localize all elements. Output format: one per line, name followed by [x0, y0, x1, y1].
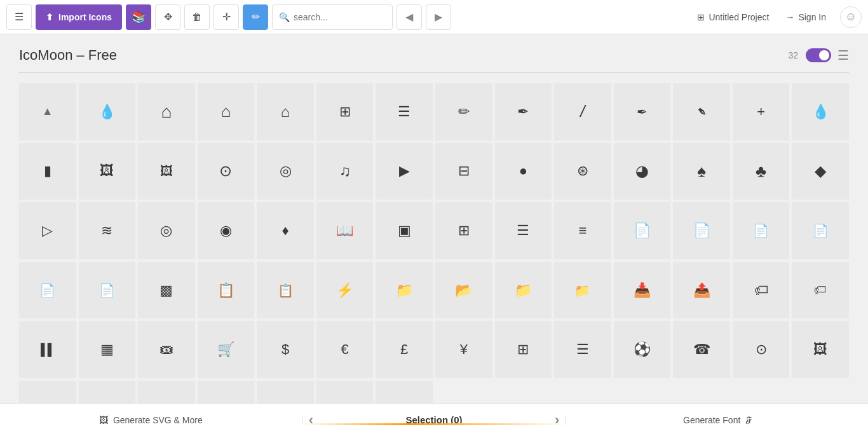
select-button[interactable]: ✥ [155, 4, 180, 30]
icon-cell[interactable]: ◁ [257, 381, 314, 403]
edit-button[interactable]: ✏ [243, 4, 268, 30]
icon-cell[interactable]: ▷ [19, 202, 76, 259]
icon-cell[interactable]: ⌂ [198, 83, 255, 140]
icon-cell[interactable]: 🛒 [198, 321, 255, 378]
icon-cell[interactable]: $ [257, 321, 314, 378]
icon-cell[interactable]: ▲ [19, 83, 76, 140]
generate-font-button[interactable]: Generate Font 𝕱 [566, 415, 868, 425]
icon-cell[interactable]: ▣ [376, 202, 433, 259]
back-button[interactable]: ◀ [397, 4, 422, 30]
icon-cell[interactable]: € [316, 321, 374, 378]
icon-symbol: ⊙ [756, 341, 767, 358]
icon-cell[interactable]: 📂 [435, 262, 492, 319]
signin-button[interactable]: → Sign In [785, 12, 826, 22]
delete-button[interactable]: 🗑 [184, 4, 210, 30]
icon-cell[interactable]: 📄 [79, 262, 136, 319]
icon-cell[interactable]: ¥ [435, 321, 492, 378]
icon-cell[interactable]: ♣ [733, 143, 790, 200]
icon-cell[interactable]: ▮ [19, 143, 76, 200]
menu-button[interactable]: ☰ [6, 4, 32, 30]
icon-cell[interactable]: ☰ [554, 321, 611, 378]
icon-cell[interactable]: ✒ [495, 83, 552, 140]
project-selector[interactable]: ⊞ Untitled Project [697, 12, 769, 22]
icon-cell[interactable]: ⊞ [316, 83, 374, 140]
icon-cell[interactable]: ⊙ [198, 143, 255, 200]
icon-cell[interactable]: 💧 [792, 83, 849, 140]
icon-cell[interactable]: 📄 [673, 202, 730, 259]
icon-cell[interactable]: 📁 [554, 262, 611, 319]
icon-cell[interactable]: £ [376, 321, 433, 378]
icon-cell[interactable]: ⊛ [554, 143, 611, 200]
icon-cell[interactable]: 🖼 [792, 321, 849, 378]
icon-cell[interactable]: ◉ [198, 202, 255, 259]
icon-cell[interactable]: ⊞ [435, 202, 492, 259]
icon-cell[interactable]: 📁 [376, 262, 433, 319]
icon-cell[interactable]: 📋 [198, 262, 255, 319]
icon-cell[interactable]: 🗺 [376, 381, 433, 403]
icon-cell[interactable]: ◕ [614, 143, 671, 200]
icon-cell[interactable]: 📤 [673, 262, 730, 319]
icon-cell[interactable]: ♦ [257, 202, 314, 259]
icon-cell[interactable]: ▦ [79, 321, 136, 378]
icon-cell[interactable]: ♫ [316, 143, 374, 200]
icon-cell[interactable]: ▌▌ [19, 321, 76, 378]
icon-cell[interactable]: ≋ [79, 202, 136, 259]
forward-button[interactable]: ▶ [426, 4, 451, 30]
icon-cell[interactable]: ◎ [138, 202, 195, 259]
pack-list-icon[interactable]: ☰ [837, 48, 849, 63]
icon-cell[interactable]: + [733, 83, 790, 140]
icon-cell[interactable]: 🎟 [138, 321, 195, 378]
icon-cell[interactable]: 💧 [79, 83, 136, 140]
icon-cell[interactable]: ▩ [138, 262, 195, 319]
icon-cell[interactable]: ▶ [376, 143, 433, 200]
icon-symbol: 🎟 [159, 341, 173, 358]
icon-cell[interactable]: 📄 [733, 202, 790, 259]
icon-cell[interactable]: ⊟ [435, 143, 492, 200]
icon-cell[interactable]: 📥 [614, 262, 671, 319]
icon-cell[interactable]: 🖼 [79, 143, 136, 200]
selection-button[interactable]: Selection (0) [302, 414, 566, 425]
icon-cell[interactable]: 🏷 [792, 262, 849, 319]
move-button[interactable]: ✛ [214, 4, 239, 30]
icon-cell[interactable]: ☰ [376, 83, 433, 140]
icon-cell[interactable]: ⚡ [316, 262, 374, 319]
icon-symbol: ▣ [398, 222, 411, 239]
icon-cell[interactable]: 📖 [316, 202, 374, 259]
library-button[interactable]: 📚 [126, 4, 151, 30]
generate-svg-button[interactable]: 🖼 Generate SVG & More [0, 415, 302, 425]
icon-cell[interactable]: ⊙ [316, 381, 374, 403]
pack-toggle[interactable] [806, 48, 831, 62]
icon-cell[interactable]: ◆ [792, 143, 849, 200]
icon-cell[interactable]: ⚽ [614, 321, 671, 378]
icon-cell[interactable]: ♠ [673, 143, 730, 200]
icon-cell[interactable]: ⊙ [733, 321, 790, 378]
import-icons-button[interactable]: ⬆ Import Icons [36, 4, 122, 30]
icon-cell[interactable]: ◎ [257, 143, 314, 200]
icon-cell[interactable]: ◎ [198, 381, 255, 403]
icon-cell[interactable]: 📄 [614, 202, 671, 259]
icon-cell[interactable]: ✏ [79, 381, 136, 403]
icon-symbol: ≋ [101, 222, 112, 239]
icon-cell[interactable]: ⌂ [257, 83, 314, 140]
icon-cell[interactable]: ✏ [435, 83, 492, 140]
icon-cell[interactable]: ● [138, 381, 195, 403]
search-input[interactable] [294, 12, 386, 22]
icon-cell[interactable]: / [554, 83, 611, 140]
icon-cell[interactable]: ☰ [495, 202, 552, 259]
icon-cell[interactable]: ☎ [673, 321, 730, 378]
icon-cell[interactable]: 📋 [257, 262, 314, 319]
icon-cell[interactable]: ✒ [614, 83, 671, 140]
icon-cell[interactable]: ⊞ [495, 321, 552, 378]
icon-cell[interactable]: ⌂ [138, 83, 195, 140]
icon-cell[interactable]: 📄 [19, 262, 76, 319]
icon-cell[interactable]: 🖼 [138, 143, 195, 200]
import-icon: ⬆ [46, 12, 53, 22]
icon-cell[interactable]: 📄 [792, 202, 849, 259]
icon-cell[interactable]: 📁 [495, 262, 552, 319]
icon-cell[interactable]: ● [495, 143, 552, 200]
icon-cell[interactable]: ≡ [554, 202, 611, 259]
icon-cell[interactable]: 🏷 [733, 262, 790, 319]
icon-cell[interactable]: ✉ [19, 381, 76, 403]
icon-cell[interactable]: ✒ [673, 83, 730, 140]
avatar[interactable]: ☺ [840, 6, 862, 28]
